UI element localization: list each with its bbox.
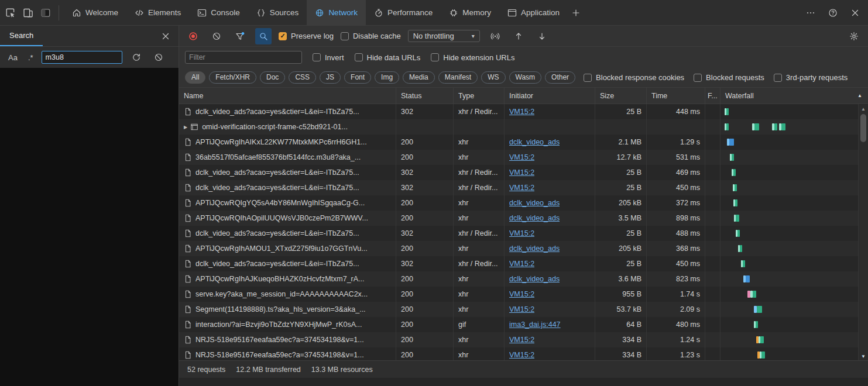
- throttling-dropdown[interactable]: No throttling ▾: [408, 30, 480, 42]
- request-row[interactable]: ▶omid-verification-script-frame-c52bd921…: [179, 119, 859, 135]
- filter-chip-media[interactable]: Media: [403, 71, 435, 84]
- request-row[interactable]: NRJS-518e95167eeafaa59ec?a=374534198&v=1…: [179, 347, 859, 360]
- filter-chip-img[interactable]: Img: [375, 71, 399, 84]
- clear-network-log-button[interactable]: [208, 28, 225, 44]
- search-clear-button[interactable]: [150, 49, 167, 66]
- initiator-link[interactable]: VM15:2: [509, 305, 534, 313]
- initiator-link[interactable]: dclk_video_ads: [509, 275, 560, 283]
- filter-chip-js[interactable]: JS: [320, 71, 341, 84]
- initiator-link[interactable]: VM15:2: [509, 168, 534, 177]
- request-row[interactable]: NRJS-518e95167eeafaa59ec?a=374534198&v=1…: [179, 332, 859, 347]
- column-header-initiator[interactable]: Initiator: [505, 88, 595, 104]
- hide-extension-urls-checkbox[interactable]: Hide extension URLs: [431, 53, 514, 62]
- column-header-fulfilled[interactable]: F...: [705, 88, 721, 104]
- initiator-link[interactable]: VM15:2: [509, 351, 534, 359]
- match-case-button[interactable]: Aa: [6, 52, 20, 63]
- filter-chip-fetch-xhr[interactable]: Fetch/XHR: [209, 71, 256, 84]
- device-toolbar-button[interactable]: [20, 5, 36, 21]
- tab-welcome[interactable]: Welcome: [64, 0, 126, 25]
- filter-chip-doc[interactable]: Doc: [260, 71, 285, 84]
- initiator-link[interactable]: dclk_video_ads: [509, 244, 560, 253]
- search-refresh-button[interactable]: [128, 49, 145, 66]
- initiator-link[interactable]: dclk_video_ads: [509, 138, 560, 146]
- initiator-link[interactable]: dclk_video_ads: [509, 199, 560, 207]
- column-header-size[interactable]: Size: [595, 88, 647, 104]
- request-row[interactable]: APTiJQcwRgIhAJKueqoBHAZK0zHcvfzMtxm7_rA.…: [179, 271, 859, 287]
- close-devtools-button[interactable]: [847, 5, 863, 21]
- tab-memory[interactable]: Memory: [441, 0, 499, 25]
- request-row[interactable]: serve.key?aka_me_session_id=AAAAAAAAAAC2…: [179, 287, 859, 302]
- initiator-link[interactable]: VM15:2: [509, 184, 534, 192]
- request-row[interactable]: dclk_video_ads?acao=yes&ctier=L&ei=-ITbZ…: [179, 104, 859, 119]
- column-header-status[interactable]: Status: [396, 88, 454, 104]
- tab-performance[interactable]: Performance: [366, 0, 441, 25]
- search-toggle-button[interactable]: [255, 28, 272, 44]
- more-options-button[interactable]: [802, 5, 819, 21]
- request-row[interactable]: APTiJQcwRgIhAMOU1_XTxdZ275f9iu1o7GGTnVu.…: [179, 241, 859, 256]
- request-row[interactable]: interaction/?ai=Bzvji9oTbZdzYN9XHjMwP_rK…: [179, 317, 859, 332]
- initiator-link[interactable]: VM15:2: [509, 290, 534, 298]
- inspect-element-button[interactable]: [2, 5, 19, 21]
- request-row[interactable]: Segment(114198888).ts?aka_hls_version=3&…: [179, 302, 859, 317]
- checkbox-box[interactable]: [774, 74, 782, 82]
- initiator-link[interactable]: dclk_video_ads: [509, 214, 560, 222]
- request-row[interactable]: dclk_video_ads?acao=yes&ctier=L&ei=-ITbZ…: [179, 180, 859, 195]
- export-har-button[interactable]: [534, 28, 550, 44]
- filter-chip-other[interactable]: Other: [545, 71, 575, 84]
- checkbox-blocked-requests[interactable]: Blocked requests: [694, 73, 764, 82]
- request-row[interactable]: APTiJQcwRgIhAIKxL22KW77MtxkMKPc6rrH6GH1.…: [179, 135, 859, 150]
- checkbox-box[interactable]: [431, 53, 439, 61]
- checkbox-box[interactable]: [355, 53, 363, 61]
- column-header-type[interactable]: Type: [454, 88, 505, 104]
- regex-button[interactable]: .*: [26, 52, 36, 63]
- tab-console[interactable]: Console: [189, 0, 248, 25]
- column-header-time[interactable]: Time: [647, 88, 705, 104]
- filter-input[interactable]: [185, 51, 302, 64]
- request-row[interactable]: dclk_video_ads?acao=yes&ctier=L&ei=-ITbZ…: [179, 256, 859, 271]
- disable-cache-checkbox[interactable]: Disable cache: [341, 32, 401, 40]
- filter-chip-all[interactable]: All: [185, 71, 205, 84]
- request-row[interactable]: APTiJQcwRQIhAOpilUUQWsVJB0czePm2B7WWV...…: [179, 211, 859, 226]
- more-tools-button[interactable]: [568, 5, 584, 21]
- table-scrollbar[interactable]: ▲ ▼: [859, 105, 868, 360]
- scrollbar-thumb[interactable]: [860, 114, 866, 142]
- search-close-button[interactable]: [157, 28, 174, 44]
- column-header-waterfall[interactable]: Waterfall ▲: [721, 88, 868, 104]
- search-tab[interactable]: Search: [0, 26, 43, 46]
- initiator-link[interactable]: VM15:2: [509, 336, 534, 344]
- filter-chip-css[interactable]: CSS: [289, 71, 316, 84]
- checkbox-blocked-response-cookies[interactable]: Blocked response cookies: [584, 73, 684, 82]
- filter-chip-ws[interactable]: WS: [481, 71, 505, 84]
- record-network-log-button[interactable]: [185, 28, 201, 44]
- column-header-name[interactable]: Name: [179, 88, 396, 104]
- initiator-link[interactable]: VM15:2: [509, 108, 534, 116]
- request-row[interactable]: 36ab5517f05afcaef855376bf5144fcc.m3u8?ak…: [179, 150, 859, 165]
- help-button[interactable]: [825, 5, 841, 21]
- initiator-link[interactable]: VM15:2: [509, 260, 534, 268]
- filter-chip-manifest[interactable]: Manifest: [438, 71, 478, 84]
- filter-toggle-button[interactable]: [232, 28, 248, 44]
- filter-chip-font[interactable]: Font: [344, 71, 371, 84]
- import-har-button[interactable]: [510, 28, 527, 44]
- tab-elements[interactable]: Elements: [126, 0, 189, 25]
- settings-button[interactable]: [846, 28, 862, 44]
- invert-checkbox[interactable]: Invert: [313, 53, 344, 62]
- initiator-link[interactable]: VM15:2: [509, 229, 534, 237]
- preserve-log-checkbox[interactable]: Preserve log: [279, 32, 334, 40]
- tab-sources[interactable]: Sources: [248, 0, 307, 25]
- scroll-up-icon[interactable]: ▲: [859, 105, 868, 113]
- checkbox-box[interactable]: [313, 53, 321, 61]
- expand-arrow-icon[interactable]: ▶: [184, 125, 187, 130]
- initiator-link[interactable]: VM15:2: [509, 153, 534, 161]
- checkbox-box[interactable]: [584, 74, 592, 82]
- checkbox-3rd-party-requests[interactable]: 3rd-party requests: [774, 73, 848, 82]
- request-row[interactable]: dclk_video_ads?acao=yes&ctier=L&ei=-ITbZ…: [179, 165, 859, 180]
- scroll-down-icon[interactable]: ▼: [859, 352, 868, 360]
- tab-application[interactable]: Application: [499, 0, 568, 25]
- checkbox-box[interactable]: [279, 32, 287, 40]
- dock-panel-button[interactable]: [37, 5, 54, 21]
- tab-network[interactable]: Network: [307, 0, 366, 25]
- checkbox-box[interactable]: [341, 32, 349, 40]
- filter-chip-wasm[interactable]: Wasm: [509, 71, 542, 84]
- network-conditions-button[interactable]: [487, 28, 503, 44]
